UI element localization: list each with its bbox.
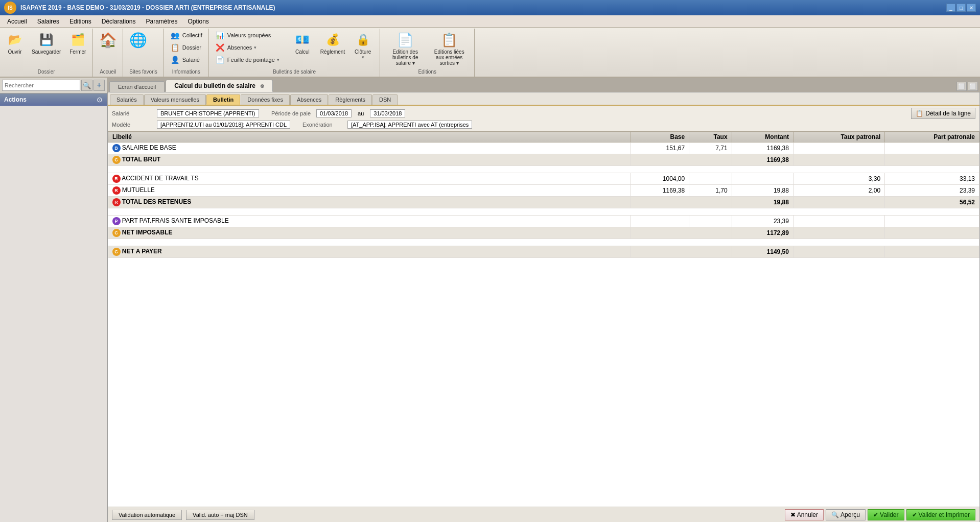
ribbon-cloture-label: Clôture <box>355 49 371 55</box>
cell-part-patronale: 56,52 <box>885 197 979 208</box>
table-row[interactable]: C TOTAL BRUT 1169,38 <box>108 154 979 166</box>
validation-auto-button[interactable]: Validation automatique <box>112 510 182 520</box>
tab-ctrl-2[interactable]: ⬜ <box>968 82 978 91</box>
actions-header[interactable]: Actions ⊙ <box>0 93 107 106</box>
subtab-donnees-fixes[interactable]: Données fixes <box>241 94 290 105</box>
ribbon-reglement-label: Règlement <box>320 49 345 55</box>
cell-label: C NET A PAYER <box>108 246 631 258</box>
tab-ctrl-1[interactable]: ⬜ <box>956 82 967 91</box>
window-controls: _ □ ✕ <box>946 4 976 12</box>
close-folder-icon: 🗂️ <box>69 32 86 48</box>
ribbon-ouvrir-label: Ouvrir <box>8 49 21 55</box>
ribbon-reglement-button[interactable]: 💰 Règlement <box>317 30 348 57</box>
ribbon-calcul-button[interactable]: 💶 Calcul <box>290 30 315 57</box>
table-row[interactable]: P PART PAT.FRAIS SANTE IMPOSABLE 23,39 <box>108 216 979 227</box>
ribbon-fermer-button[interactable]: 🗂️ Fermer <box>65 30 90 57</box>
menu-editions[interactable]: Editions <box>64 17 97 26</box>
valid-auto-maj-button[interactable]: Valid. auto + maj DSN <box>186 510 254 520</box>
app-title: ISAPAYE 2019 - BASE DEMO - 31/03/2019 - … <box>20 4 275 11</box>
valider-button[interactable]: ✔ Valider <box>868 509 904 520</box>
ribbon-sauvegarder-button[interactable]: 💾 Sauvegarder <box>29 30 64 57</box>
salarie-label: Salarié <box>112 110 153 116</box>
ribbon-dossier-btn[interactable]: 📋 Dossier <box>168 42 204 53</box>
minimize-button[interactable]: _ <box>946 4 955 12</box>
ribbon-absences-button[interactable]: ❌ Absences ▾ <box>213 42 282 53</box>
cloture-icon: 🔒 <box>355 32 371 48</box>
ribbon-salarie-label: Salarié <box>182 57 200 63</box>
ribbon-valeurs-groupees-button[interactable]: 📊 Valeurs groupées <box>213 30 282 41</box>
close-button[interactable]: ✕ <box>967 4 976 12</box>
cell-taux-patronal <box>793 154 884 166</box>
cell-montant: 1169,38 <box>732 154 793 166</box>
ribbon-editions-liees-button[interactable]: 📋 Editions liées aux entrées sorties ▾ <box>428 30 470 68</box>
add-button[interactable]: + <box>94 80 105 91</box>
subtab-valeurs-mensuelles[interactable]: Valeurs mensuelles <box>144 94 206 105</box>
content-area: Ecran d'accueil Calcul du bulletin de sa… <box>107 78 980 522</box>
detail-ligne-button[interactable]: 📋 Détail de la ligne <box>911 108 975 119</box>
tab-close-icon[interactable]: ⊗ <box>260 83 264 89</box>
cell-taux <box>689 227 732 239</box>
cell-part-patronale: 33,13 <box>885 173 979 185</box>
table-row[interactable] <box>108 208 979 216</box>
subtab-bulletin[interactable]: Bulletin <box>206 94 240 105</box>
col-libelle: Libellé <box>108 132 631 143</box>
menu-accueil[interactable]: Accueil <box>2 17 32 26</box>
ribbon: 📂 Ouvrir 💾 Sauvegarder 🗂️ Fermer Dossier… <box>0 28 980 78</box>
ribbon-cloture-button[interactable]: 🔒 Clôture ▾ <box>350 30 376 62</box>
cell-base <box>631 154 689 166</box>
open-icon: 📂 <box>7 32 23 48</box>
maximize-button[interactable]: □ <box>956 4 966 12</box>
subtab-dsn[interactable]: DSN <box>372 94 398 105</box>
cell-part-patronale <box>885 143 979 154</box>
table-row[interactable] <box>108 166 979 173</box>
menu-options[interactable]: Options <box>182 17 214 26</box>
tab-calcul-bulletin[interactable]: Calcul du bulletin de salaire ⊗ <box>166 80 273 92</box>
cell-taux-patronal <box>793 227 884 239</box>
ribbon-dossier-btn-label: Dossier <box>182 44 201 51</box>
subtab-absences[interactable]: Absences <box>290 94 328 105</box>
table-row[interactable]: C NET IMPOSABLE 1172,89 <box>108 227 979 239</box>
subtab-salaries[interactable]: Salariés <box>110 94 144 105</box>
valider-imprimer-button[interactable]: ✔ Valider et Imprimer <box>906 509 975 520</box>
cell-taux <box>689 154 732 166</box>
search-button[interactable]: 🔍 <box>81 80 92 91</box>
menu-parametres[interactable]: Paramètres <box>141 17 182 26</box>
cell-taux-patronal: 2,00 <box>793 185 884 197</box>
row-type-icon: B <box>112 144 121 152</box>
ribbon-edition-bulletins-button[interactable]: 📄 Edition des bulletins de salaire ▾ <box>384 30 426 68</box>
table-row[interactable]: R ACCIDENT DE TRAVAIL TS 1004,00 3,30 33… <box>108 173 979 185</box>
annuler-button[interactable]: ✖ Annuler <box>785 509 824 520</box>
table-row[interactable]: R MUTUELLE 1169,38 1,70 19,88 2,00 23,39 <box>108 185 979 197</box>
table-row[interactable] <box>108 239 979 246</box>
table-row[interactable]: R TOTAL DES RETENUES 19,88 56,52 <box>108 197 979 208</box>
subtab-reglements[interactable]: Règlements <box>329 94 372 105</box>
cell-montant <box>732 173 793 185</box>
main-area: 🔍 + Actions ⊙ Ecran d'accueil Calcul du … <box>0 78 980 522</box>
cell-part-patronale <box>885 246 979 258</box>
ribbon-collectif-label: Collectif <box>182 32 202 38</box>
left-panel: 🔍 + Actions ⊙ <box>0 78 107 522</box>
table-row[interactable]: C NET A PAYER 1149,50 <box>108 246 979 258</box>
cell-taux <box>689 216 732 227</box>
apercu-button[interactable]: 🔍 Aperçu <box>826 509 866 520</box>
actions-toggle-icon: ⊙ <box>97 96 103 104</box>
tab-accueil[interactable]: Ecran d'accueil <box>109 81 165 92</box>
ribbon-salarie-button[interactable]: 👤 Salarié <box>168 54 204 65</box>
dossier-icon: 📋 <box>170 42 180 53</box>
menu-declarations[interactable]: Déclarations <box>97 17 141 26</box>
cell-montant: 23,39 <box>732 216 793 227</box>
ribbon-collectif-button[interactable]: 👥 Collectif <box>168 30 204 41</box>
cell-part-patronale <box>885 216 979 227</box>
ribbon-sites-button[interactable]: 🌐 <box>125 30 151 51</box>
search-bar: 🔍 + <box>0 78 107 93</box>
row-type-icon: P <box>112 217 121 225</box>
table-row[interactable]: B SALAIRE DE BASE 151,67 7,71 1169,38 <box>108 143 979 154</box>
cell-taux-patronal <box>793 246 884 258</box>
cell-base <box>631 227 689 239</box>
ribbon-pointage-button[interactable]: 📄 Feuille de pointage ▾ <box>213 54 282 65</box>
ribbon-accueil-button[interactable]: 🏠 <box>95 30 121 51</box>
periode-to: 31/03/2018 <box>370 109 405 117</box>
ribbon-ouvrir-button[interactable]: 📂 Ouvrir <box>2 30 28 57</box>
menu-salaires[interactable]: Salaires <box>32 17 64 26</box>
search-input[interactable] <box>2 80 80 91</box>
